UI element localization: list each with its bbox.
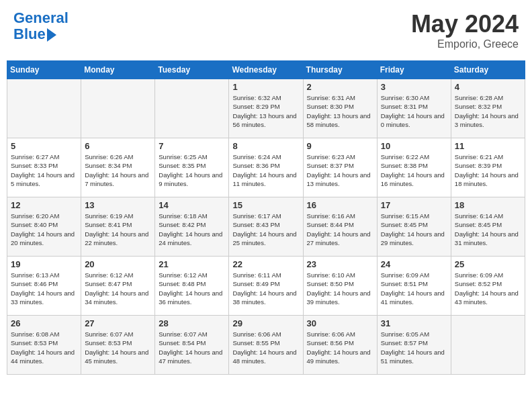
header-thursday: Thursday <box>303 61 377 79</box>
week-row-3: 12Sunrise: 6:20 AMSunset: 8:40 PMDayligh… <box>7 197 525 257</box>
day-number: 26 <box>11 318 77 328</box>
calendar-cell: 23Sunrise: 6:10 AMSunset: 8:50 PMDayligh… <box>303 257 377 316</box>
calendar-cell: 25Sunrise: 6:09 AMSunset: 8:52 PMDayligh… <box>451 257 525 316</box>
day-number: 22 <box>232 259 299 269</box>
week-row-5: 26Sunrise: 6:08 AMSunset: 8:53 PMDayligh… <box>7 316 525 375</box>
day-number: 11 <box>455 141 521 151</box>
day-info: Sunrise: 6:14 AMSunset: 8:45 PMDaylight:… <box>455 212 521 247</box>
day-info: Sunrise: 6:06 AMSunset: 8:56 PMDaylight:… <box>307 330 373 365</box>
day-number: 19 <box>11 259 77 269</box>
calendar-cell: 17Sunrise: 6:15 AMSunset: 8:45 PMDayligh… <box>377 197 451 257</box>
calendar-cell: 29Sunrise: 6:06 AMSunset: 8:55 PMDayligh… <box>229 316 303 375</box>
calendar-cell: 1Sunrise: 6:32 AMSunset: 8:29 PMDaylight… <box>229 79 303 138</box>
day-number: 18 <box>455 200 521 210</box>
calendar-cell: 19Sunrise: 6:13 AMSunset: 8:46 PMDayligh… <box>7 257 81 316</box>
day-info: Sunrise: 6:17 AMSunset: 8:43 PMDaylight:… <box>232 212 299 247</box>
day-number: 6 <box>85 141 151 151</box>
calendar-cell: 26Sunrise: 6:08 AMSunset: 8:53 PMDayligh… <box>7 316 81 375</box>
day-info: Sunrise: 6:12 AMSunset: 8:47 PMDaylight:… <box>85 271 151 306</box>
day-info: Sunrise: 6:07 AMSunset: 8:54 PMDaylight:… <box>159 330 225 365</box>
day-info: Sunrise: 6:07 AMSunset: 8:53 PMDaylight:… <box>85 330 151 365</box>
logo-arrow-icon <box>47 28 56 42</box>
day-info: Sunrise: 6:30 AMSunset: 8:31 PMDaylight:… <box>381 93 447 129</box>
day-info: Sunrise: 6:18 AMSunset: 8:42 PMDaylight:… <box>159 212 225 247</box>
calendar-cell: 28Sunrise: 6:07 AMSunset: 8:54 PMDayligh… <box>155 316 229 375</box>
day-info: Sunrise: 6:26 AMSunset: 8:34 PMDaylight:… <box>85 152 151 188</box>
calendar-cell: 11Sunrise: 6:21 AMSunset: 8:39 PMDayligh… <box>451 138 525 197</box>
calendar-cell: 22Sunrise: 6:11 AMSunset: 8:49 PMDayligh… <box>229 257 303 316</box>
day-number: 14 <box>159 200 225 210</box>
day-info: Sunrise: 6:23 AMSunset: 8:37 PMDaylight:… <box>307 152 373 188</box>
day-number: 15 <box>232 200 299 210</box>
logo-text: General <box>13 10 69 26</box>
day-info: Sunrise: 6:24 AMSunset: 8:36 PMDaylight:… <box>232 152 299 188</box>
day-number: 30 <box>307 318 373 328</box>
day-number: 2 <box>307 82 373 92</box>
calendar-cell: 4Sunrise: 6:28 AMSunset: 8:32 PMDaylight… <box>451 79 525 138</box>
day-number: 29 <box>232 318 299 328</box>
logo-blue: Blue <box>13 26 46 42</box>
header-row: SundayMondayTuesdayWednesdayThursdayFrid… <box>7 61 525 79</box>
day-number: 20 <box>85 259 151 269</box>
day-number: 24 <box>381 259 447 269</box>
calendar-cell: 27Sunrise: 6:07 AMSunset: 8:53 PMDayligh… <box>81 316 155 375</box>
header-friday: Friday <box>377 61 451 79</box>
week-row-4: 19Sunrise: 6:13 AMSunset: 8:46 PMDayligh… <box>7 257 525 316</box>
calendar-cell: 18Sunrise: 6:14 AMSunset: 8:45 PMDayligh… <box>451 197 525 257</box>
day-info: Sunrise: 6:28 AMSunset: 8:32 PMDaylight:… <box>455 93 521 129</box>
calendar-cell: 2Sunrise: 6:31 AMSunset: 8:30 PMDaylight… <box>303 79 377 138</box>
calendar-cell: 14Sunrise: 6:18 AMSunset: 8:42 PMDayligh… <box>155 197 229 257</box>
day-info: Sunrise: 6:32 AMSunset: 8:29 PMDaylight:… <box>232 93 299 129</box>
day-number: 31 <box>381 318 447 328</box>
day-info: Sunrise: 6:09 AMSunset: 8:51 PMDaylight:… <box>381 271 447 306</box>
logo: General Blue <box>13 10 69 42</box>
calendar-cell: 12Sunrise: 6:20 AMSunset: 8:40 PMDayligh… <box>7 197 81 257</box>
week-row-1: 1Sunrise: 6:32 AMSunset: 8:29 PMDaylight… <box>7 79 525 138</box>
calendar-cell <box>155 79 229 138</box>
day-number: 7 <box>159 141 225 151</box>
day-number: 5 <box>11 141 77 151</box>
day-number: 4 <box>455 82 521 92</box>
calendar-cell: 16Sunrise: 6:16 AMSunset: 8:44 PMDayligh… <box>303 197 377 257</box>
calendar-table: SundayMondayTuesdayWednesdayThursdayFrid… <box>7 60 525 375</box>
calendar-cell: 7Sunrise: 6:25 AMSunset: 8:35 PMDaylight… <box>155 138 229 197</box>
day-info: Sunrise: 6:31 AMSunset: 8:30 PMDaylight:… <box>307 93 373 129</box>
day-number: 9 <box>307 141 373 151</box>
header-tuesday: Tuesday <box>155 61 229 79</box>
day-number: 3 <box>381 82 447 92</box>
day-number: 8 <box>232 141 299 151</box>
day-info: Sunrise: 6:12 AMSunset: 8:48 PMDaylight:… <box>159 271 225 306</box>
calendar-cell: 31Sunrise: 6:05 AMSunset: 8:57 PMDayligh… <box>377 316 451 375</box>
day-info: Sunrise: 6:05 AMSunset: 8:57 PMDaylight:… <box>381 330 447 365</box>
day-number: 25 <box>455 259 521 269</box>
calendar-cell: 8Sunrise: 6:24 AMSunset: 8:36 PMDaylight… <box>229 138 303 197</box>
day-number: 21 <box>159 259 225 269</box>
calendar-cell: 24Sunrise: 6:09 AMSunset: 8:51 PMDayligh… <box>377 257 451 316</box>
day-info: Sunrise: 6:22 AMSunset: 8:38 PMDaylight:… <box>381 152 447 188</box>
day-info: Sunrise: 6:27 AMSunset: 8:33 PMDaylight:… <box>11 152 77 188</box>
calendar-cell: 10Sunrise: 6:22 AMSunset: 8:38 PMDayligh… <box>377 138 451 197</box>
day-info: Sunrise: 6:06 AMSunset: 8:55 PMDaylight:… <box>232 330 299 365</box>
day-info: Sunrise: 6:15 AMSunset: 8:45 PMDaylight:… <box>381 212 447 247</box>
day-info: Sunrise: 6:10 AMSunset: 8:50 PMDaylight:… <box>307 271 373 306</box>
day-number: 27 <box>85 318 151 328</box>
page-header: General Blue May 2024 Emporio, Greece <box>7 7 525 54</box>
day-number: 13 <box>85 200 151 210</box>
day-info: Sunrise: 6:11 AMSunset: 8:49 PMDaylight:… <box>232 271 299 306</box>
header-sunday: Sunday <box>7 61 81 79</box>
day-info: Sunrise: 6:09 AMSunset: 8:52 PMDaylight:… <box>455 271 521 306</box>
location-title: Emporio, Greece <box>411 38 519 50</box>
calendar-cell <box>81 79 155 138</box>
calendar-cell: 9Sunrise: 6:23 AMSunset: 8:37 PMDaylight… <box>303 138 377 197</box>
header-wednesday: Wednesday <box>229 61 303 79</box>
day-number: 17 <box>381 200 447 210</box>
day-info: Sunrise: 6:16 AMSunset: 8:44 PMDaylight:… <box>307 212 373 247</box>
day-number: 23 <box>307 259 373 269</box>
calendar-cell: 3Sunrise: 6:30 AMSunset: 8:31 PMDaylight… <box>377 79 451 138</box>
day-number: 16 <box>307 200 373 210</box>
header-monday: Monday <box>81 61 155 79</box>
day-info: Sunrise: 6:25 AMSunset: 8:35 PMDaylight:… <box>159 152 225 188</box>
calendar-cell <box>7 79 81 138</box>
day-info: Sunrise: 6:20 AMSunset: 8:40 PMDaylight:… <box>11 212 77 247</box>
day-info: Sunrise: 6:21 AMSunset: 8:39 PMDaylight:… <box>455 152 521 188</box>
